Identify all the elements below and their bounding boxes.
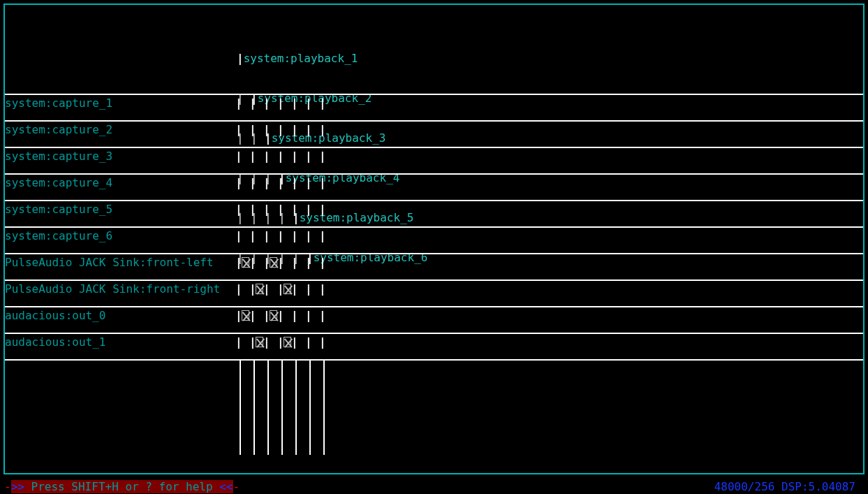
connection-grid — [235, 148, 333, 161]
port-name: PulseAudio JACK Sink:front-left — [5, 254, 235, 269]
connection-off[interactable] — [249, 203, 263, 216]
connection-on[interactable] — [249, 335, 263, 349]
connection-off[interactable] — [249, 176, 263, 189]
row-separator — [5, 200, 863, 201]
connection-off[interactable] — [291, 176, 305, 189]
connection-off[interactable] — [249, 123, 263, 136]
connection-off[interactable] — [291, 96, 305, 110]
port-name: PulseAudio JACK Sink:front-right — [5, 281, 235, 296]
connection-off[interactable] — [235, 150, 249, 163]
row-separator — [5, 306, 863, 307]
connection-off[interactable] — [263, 123, 277, 136]
connection-off[interactable] — [263, 150, 277, 163]
connection-off[interactable] — [249, 229, 263, 242]
connection-off[interactable] — [235, 123, 249, 136]
connection-on[interactable] — [235, 256, 249, 269]
connection-off[interactable] — [235, 176, 249, 189]
connection-off[interactable] — [263, 96, 277, 110]
connection-off[interactable] — [291, 229, 305, 242]
port-row[interactable]: PulseAudio JACK Sink:front-right — [5, 281, 863, 306]
connection-grid — [235, 228, 333, 241]
connection-on[interactable] — [235, 309, 249, 322]
connection-off[interactable] — [277, 203, 291, 216]
connection-off[interactable] — [235, 282, 249, 296]
row-separator — [5, 120, 863, 122]
connection-off[interactable] — [277, 229, 291, 242]
connection-off[interactable] — [249, 309, 263, 322]
port-name: audacious:out_1 — [5, 334, 235, 349]
grid-edge — [319, 176, 333, 189]
grid-edge — [319, 203, 333, 216]
port-row[interactable]: system:capture_3 — [5, 148, 863, 173]
connection-off[interactable] — [305, 123, 319, 136]
grid-edge — [319, 96, 333, 110]
port-row[interactable]: PulseAudio JACK Sink:front-left — [5, 254, 863, 279]
port-name: system:capture_5 — [5, 201, 235, 216]
connection-off[interactable] — [291, 150, 305, 163]
port-row[interactable]: system:capture_4 — [5, 175, 863, 200]
connection-on[interactable] — [263, 309, 277, 322]
column-headers: system:playback_1 |system:playback_2 ||s… — [5, 5, 863, 94]
row-separator — [5, 253, 863, 254]
connection-off[interactable] — [305, 203, 319, 216]
connection-off[interactable] — [235, 229, 249, 242]
connection-grid — [235, 254, 333, 268]
connection-off[interactable] — [305, 229, 319, 242]
grid-edge — [319, 123, 333, 136]
connection-on[interactable] — [277, 335, 291, 349]
row-separator — [5, 94, 863, 95]
connection-off[interactable] — [235, 96, 249, 110]
connection-off[interactable] — [235, 335, 249, 349]
connection-off[interactable] — [249, 256, 263, 269]
connection-off[interactable] — [291, 309, 305, 322]
grid-edge — [319, 335, 333, 349]
connection-on[interactable] — [263, 256, 277, 269]
connection-on[interactable] — [277, 282, 291, 296]
col-label: system:playback_1 — [244, 52, 358, 65]
port-name: system:capture_6 — [5, 228, 235, 242]
connection-off[interactable] — [305, 150, 319, 163]
connection-off[interactable] — [291, 123, 305, 136]
port-name: audacious:out_0 — [5, 307, 235, 322]
connection-off[interactable] — [277, 176, 291, 189]
connection-off[interactable] — [291, 203, 305, 216]
connection-off[interactable] — [263, 335, 277, 349]
connection-off[interactable] — [277, 150, 291, 163]
connection-off[interactable] — [235, 203, 249, 216]
connection-off[interactable] — [263, 176, 277, 189]
connection-off[interactable] — [263, 203, 277, 216]
port-name: system:capture_1 — [5, 95, 235, 110]
connection-grid — [235, 175, 333, 188]
port-row[interactable]: system:capture_6 — [5, 228, 863, 253]
port-row[interactable]: audacious:out_1 — [5, 334, 863, 359]
port-row[interactable]: system:capture_5 — [5, 201, 863, 226]
connection-off[interactable] — [277, 256, 291, 269]
connection-off[interactable] — [263, 282, 277, 296]
port-row[interactable]: system:capture_1 — [5, 95, 863, 120]
connection-off[interactable] — [277, 96, 291, 110]
connection-off[interactable] — [291, 335, 305, 349]
connection-off[interactable] — [291, 282, 305, 296]
connection-off[interactable] — [305, 309, 319, 322]
main-frame: system:playback_1 |system:playback_2 ||s… — [3, 3, 865, 474]
connection-off[interactable] — [305, 282, 319, 296]
connection-on[interactable] — [249, 282, 263, 296]
grid-edge — [319, 282, 333, 296]
connection-off[interactable] — [305, 256, 319, 269]
connection-off[interactable] — [263, 229, 277, 242]
connection-off[interactable] — [305, 96, 319, 110]
connection-off[interactable] — [305, 335, 319, 349]
dsp-status: 48000/256 DSP:5.04087 — [714, 479, 855, 494]
connection-grid — [235, 201, 333, 215]
connection-off[interactable] — [291, 256, 305, 269]
port-row[interactable]: system:capture_2 — [5, 122, 863, 147]
port-row[interactable]: audacious:out_0 — [5, 307, 863, 333]
connection-off[interactable] — [305, 176, 319, 189]
connection-off[interactable] — [277, 309, 291, 322]
connection-off[interactable] — [277, 123, 291, 136]
row-separator — [5, 147, 863, 148]
connection-off[interactable] — [249, 150, 263, 163]
connection-off[interactable] — [249, 96, 263, 110]
patchbay-body: system:capture_1system:capture_2system:c… — [5, 94, 863, 455]
connection-grid — [235, 307, 333, 321]
